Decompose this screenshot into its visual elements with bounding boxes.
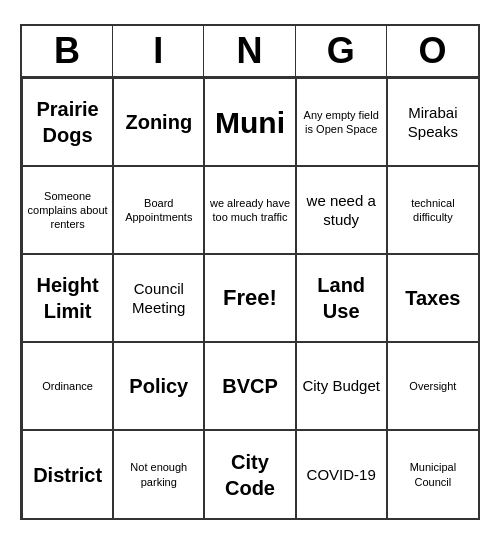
bingo-cell-12: Free! [204,254,295,342]
bingo-cell-24: Municipal Council [387,430,478,518]
bingo-cell-8: we need a study [296,166,387,254]
bingo-cell-15: Ordinance [22,342,113,430]
header-letter: O [387,26,478,76]
header-letter: G [296,26,387,76]
bingo-cell-4: Mirabai Speaks [387,78,478,166]
bingo-cell-3: Any empty field is Open Space [296,78,387,166]
header-letter: N [204,26,295,76]
header-letter: I [113,26,204,76]
bingo-cell-16: Policy [113,342,204,430]
bingo-cell-14: Taxes [387,254,478,342]
bingo-cell-18: City Budget [296,342,387,430]
bingo-cell-20: District [22,430,113,518]
bingo-cell-2: Muni [204,78,295,166]
bingo-cell-23: COVID-19 [296,430,387,518]
bingo-cell-6: Board Appointments [113,166,204,254]
bingo-cell-1: Zoning [113,78,204,166]
header-letter: B [22,26,113,76]
bingo-cell-5: Someone complains about renters [22,166,113,254]
bingo-cell-19: Oversight [387,342,478,430]
bingo-cell-9: technical difficulty [387,166,478,254]
bingo-cell-17: BVCP [204,342,295,430]
bingo-cell-11: Council Meeting [113,254,204,342]
bingo-cell-21: Not enough parking [113,430,204,518]
bingo-card: BINGO Prairie DogsZoningMuniAny empty fi… [20,24,480,520]
bingo-cell-0: Prairie Dogs [22,78,113,166]
bingo-header: BINGO [22,26,478,78]
bingo-cell-13: Land Use [296,254,387,342]
bingo-grid: Prairie DogsZoningMuniAny empty field is… [22,78,478,518]
bingo-cell-22: City Code [204,430,295,518]
bingo-cell-10: Height Limit [22,254,113,342]
bingo-cell-7: we already have too much traffic [204,166,295,254]
